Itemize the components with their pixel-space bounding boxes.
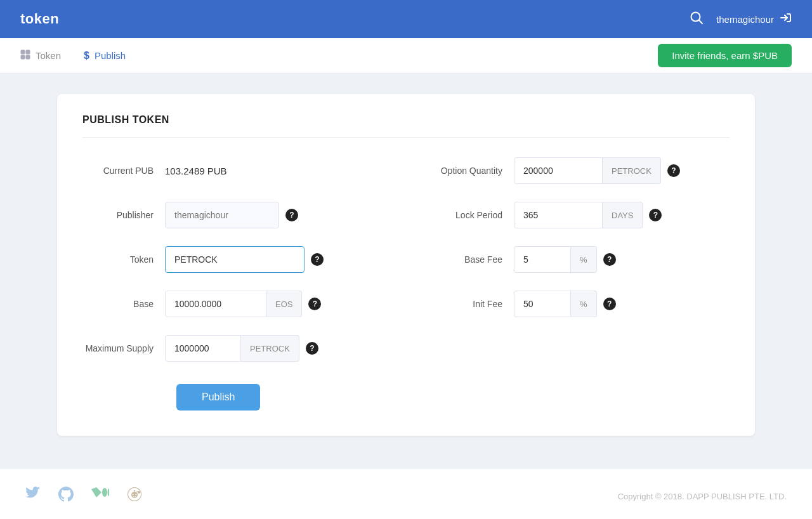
base-fee-help-icon[interactable]: ? [603,253,616,266]
user-menu[interactable]: themagichour [716,11,792,27]
option-quantity-row: Option Quantity PETROCK ? [425,155,730,186]
current-pub-field: 103.2489 PUB [165,159,387,183]
base-fee-row: Base Fee % ? [425,244,730,275]
publisher-field: ? [165,202,387,228]
option-quantity-input[interactable] [514,157,603,184]
svg-point-9 [108,489,110,496]
init-fee-suffix: % [571,291,597,317]
base-label: Base [82,299,165,309]
svg-point-14 [136,494,137,496]
lock-period-label: Lock Period [425,210,514,220]
svg-point-8 [102,488,107,497]
option-quantity-suffix: PETROCK [603,157,661,184]
base-input[interactable] [165,291,266,317]
publisher-label: Publisher [82,210,165,220]
svg-line-1 [699,20,702,23]
publisher-input[interactable] [165,202,279,228]
token-label: Token [82,254,165,265]
form-grid: Current PUB 103.2489 PUB Publisher ? Tok… [82,155,730,411]
token-nav-label: Token [36,50,61,61]
current-pub-value: 103.2489 PUB [165,159,227,183]
base-help-icon[interactable]: ? [308,298,321,310]
medium-icon[interactable] [91,487,109,505]
svg-rect-6 [26,55,30,59]
base-fee-label: Base Fee [425,254,514,265]
init-fee-row: Init Fee % ? [425,289,730,319]
init-fee-field: % ? [514,291,730,317]
svg-rect-3 [21,50,25,54]
github-icon[interactable] [58,487,74,506]
base-fee-suffix: % [571,246,597,273]
init-fee-label: Init Fee [425,299,514,309]
max-supply-help-icon[interactable]: ? [306,342,318,355]
max-supply-label: Maximum Supply [82,343,165,353]
twitter-icon[interactable] [25,487,41,506]
nav-token[interactable]: Token [20,49,61,62]
base-fee-field: % ? [514,246,730,273]
current-pub-row: Current PUB 103.2489 PUB [82,155,387,186]
form-left: Current PUB 103.2489 PUB Publisher ? Tok… [82,155,387,411]
lock-period-input[interactable] [514,202,603,228]
token-field: ? [165,246,387,273]
nav-links: Token $ Publish [20,49,126,62]
search-icon[interactable] [690,11,704,28]
max-supply-field: PETROCK ? [165,335,387,362]
base-fee-input[interactable] [514,246,571,273]
nav-publish[interactable]: $ Publish [84,50,126,62]
option-quantity-field: PETROCK ? [514,157,730,184]
form-right: Option Quantity PETROCK ? Lock Period DA… [425,155,730,411]
footer: Copyright © 2018. DAPP PUBLISH PTE. LTD. [0,469,812,519]
max-supply-input[interactable] [165,335,241,362]
publish-nav-icon: $ [84,50,89,62]
invite-button[interactable]: Invite friends, earn $PUB [658,44,792,67]
token-row: Token ? [82,244,387,275]
svg-point-13 [133,494,134,496]
publish-token-card: PUBLISH TOKEN Current PUB 103.2489 PUB P… [57,94,755,436]
init-fee-input[interactable] [514,291,571,317]
header: token themagichour [0,0,812,38]
max-supply-row: Maximum Supply PETROCK ? [82,333,387,364]
logo: token [20,11,59,27]
token-input[interactable] [165,246,304,273]
lock-period-suffix: DAYS [603,202,643,228]
copyright: Copyright © 2018. DAPP PUBLISH PTE. LTD. [618,492,787,501]
lock-period-row: Lock Period DAYS ? [425,200,730,230]
svg-marker-7 [91,487,102,497]
publish-button[interactable]: Publish [176,384,260,411]
svg-rect-4 [26,50,30,54]
lock-period-help-icon[interactable]: ? [649,209,662,221]
logout-icon[interactable] [779,11,792,27]
publisher-row: Publisher ? [82,200,387,230]
base-row: Base EOS ? [82,289,387,319]
current-pub-label: Current PUB [82,166,165,176]
publish-button-row: Publish [82,378,387,411]
svg-rect-5 [21,55,25,59]
footer-icons [25,487,142,506]
nav: Token $ Publish Invite friends, earn $PU… [0,38,812,74]
lock-period-field: DAYS ? [514,202,730,228]
svg-point-17 [134,490,135,491]
card-title: PUBLISH TOKEN [82,114,730,138]
option-quantity-label: Option Quantity [425,166,514,176]
base-suffix: EOS [266,291,302,317]
reddit-icon[interactable] [127,487,142,506]
base-field: EOS ? [165,291,387,317]
main-content: PUBLISH TOKEN Current PUB 103.2489 PUB P… [0,74,812,456]
max-supply-suffix: PETROCK [241,335,299,362]
publisher-help-icon[interactable]: ? [285,209,298,221]
option-quantity-help-icon[interactable]: ? [667,164,680,177]
init-fee-help-icon[interactable]: ? [603,298,616,310]
token-nav-icon [20,49,30,62]
token-help-icon[interactable]: ? [311,253,324,266]
username: themagichour [716,14,774,25]
header-right: themagichour [690,11,792,28]
publish-nav-label: Publish [95,50,126,61]
